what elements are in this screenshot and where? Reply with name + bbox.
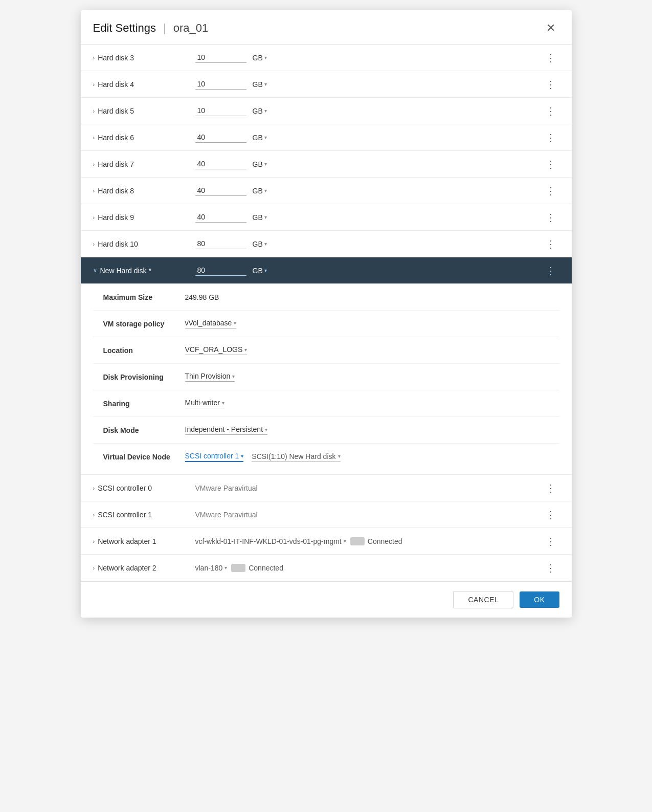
dialog-title: Edit Settings | ora_01 bbox=[93, 21, 209, 35]
disk-more-button[interactable]: ⋮ bbox=[543, 76, 559, 93]
table-row: › Hard disk 10 GB ▾ ⋮ bbox=[81, 231, 572, 257]
controller-more-button[interactable]: ⋮ bbox=[543, 480, 559, 496]
row-chevron-down-icon: ∨ bbox=[93, 267, 97, 274]
disk-more-button[interactable]: ⋮ bbox=[543, 236, 559, 252]
disk-row-label: › Hard disk 7 bbox=[93, 160, 195, 168]
new-hard-disk-more-button[interactable]: ⋮ bbox=[543, 262, 559, 279]
unit-chevron-icon: ▾ bbox=[264, 81, 267, 87]
vm-storage-policy-select[interactable]: vVol_database ▾ bbox=[185, 319, 237, 328]
vm-storage-policy-label: VM storage policy bbox=[93, 320, 185, 328]
unit-chevron-icon: ▾ bbox=[264, 55, 267, 60]
disk-unit-select[interactable]: GB ▾ bbox=[253, 134, 267, 142]
disk-size-input[interactable] bbox=[195, 159, 246, 169]
new-hard-disk-row: ∨ New Hard disk * GB ▾ ⋮ bbox=[81, 257, 572, 284]
disk-size-input[interactable] bbox=[195, 185, 246, 196]
ok-button[interactable]: OK bbox=[520, 591, 559, 608]
network-more-button[interactable]: ⋮ bbox=[543, 560, 559, 576]
detail-location-row: Location VCF_ORA_LOGS ▾ bbox=[93, 337, 559, 364]
controller-more-button[interactable]: ⋮ bbox=[543, 507, 559, 523]
disk-row-value: GB ▾ bbox=[195, 159, 543, 169]
disk-unit-select[interactable]: GB ▾ bbox=[253, 160, 267, 168]
table-row: › Hard disk 6 GB ▾ ⋮ bbox=[81, 124, 572, 151]
disk-unit-select[interactable]: GB ▾ bbox=[253, 107, 267, 115]
network-adapter-label: › Network adapter 2 bbox=[93, 564, 195, 572]
new-hard-disk-value: GB ▾ bbox=[195, 265, 543, 276]
disk-size-input[interactable] bbox=[195, 132, 246, 143]
vdn-selects: SCSI controller 1 ▾ SCSI(1:10) New Hard … bbox=[185, 452, 341, 462]
virtual-device-node-label: Virtual Device Node bbox=[93, 453, 185, 461]
disk-row-value: GB ▾ bbox=[195, 185, 543, 196]
network-select[interactable]: vlan-180 ▾ bbox=[195, 564, 228, 572]
vm-storage-policy-value: vVol_database ▾ bbox=[185, 319, 237, 328]
connected-status: Connected bbox=[368, 537, 402, 545]
cancel-button[interactable]: CANCEL bbox=[453, 591, 513, 608]
network-adapter-list: › Network adapter 1 vcf-wkld-01-IT-INF-W… bbox=[81, 528, 572, 581]
table-row: › Hard disk 8 GB ▾ ⋮ bbox=[81, 178, 572, 204]
detail-disk-mode-row: Disk Mode Independent - Persistent ▾ bbox=[93, 417, 559, 444]
network-more-button[interactable]: ⋮ bbox=[543, 533, 559, 550]
connected-toggle[interactable] bbox=[350, 537, 365, 545]
sharing-select[interactable]: Multi-writer ▾ bbox=[185, 399, 224, 408]
disk-provisioning-select[interactable]: Thin Provision ▾ bbox=[185, 372, 235, 382]
row-chevron-right-icon: › bbox=[93, 485, 95, 491]
disk-unit-select[interactable]: GB ▾ bbox=[253, 54, 267, 62]
disk-size-input[interactable] bbox=[195, 105, 246, 116]
vdn-disk-select[interactable]: SCSI(1:10) New Hard disk ▾ bbox=[252, 452, 340, 462]
disk-row-value: GB ▾ bbox=[195, 238, 543, 249]
disk-row-label: › Hard disk 10 bbox=[93, 240, 195, 248]
network-select[interactable]: vcf-wkld-01-IT-INF-WKLD-01-vds-01-pg-mgm… bbox=[195, 537, 346, 545]
vdn-controller-select[interactable]: SCSI controller 1 ▾ bbox=[185, 452, 244, 462]
virtual-device-node-value: SCSI controller 1 ▾ SCSI(1:10) New Hard … bbox=[185, 452, 341, 462]
new-hard-disk-detail-panel: Maximum Size 249.98 GB VM storage policy… bbox=[81, 284, 572, 475]
disk-more-button[interactable]: ⋮ bbox=[543, 156, 559, 172]
disk-row-value: GB ▾ bbox=[195, 105, 543, 116]
disk-more-button[interactable]: ⋮ bbox=[543, 209, 559, 226]
sharing-label: Sharing bbox=[93, 400, 185, 408]
disk-row-label: › Hard disk 9 bbox=[93, 213, 195, 222]
sharing-chevron-icon: ▾ bbox=[222, 400, 224, 406]
close-button[interactable]: ✕ bbox=[542, 19, 559, 37]
disk-unit-select[interactable]: GB ▾ bbox=[253, 187, 267, 195]
row-chevron-right-icon: › bbox=[93, 161, 95, 167]
table-row: › Hard disk 7 GB ▾ ⋮ bbox=[81, 151, 572, 178]
disk-size-input[interactable] bbox=[195, 52, 246, 63]
new-hard-disk-unit-select[interactable]: GB ▾ bbox=[253, 267, 267, 275]
vdn-controller-chevron-icon: ▾ bbox=[241, 453, 243, 459]
vm-storage-chevron-icon: ▾ bbox=[234, 320, 236, 326]
network-adapter-label: › Network adapter 1 bbox=[93, 537, 195, 545]
controller-list: › SCSI controller 0 VMware Paravirtual ⋮… bbox=[81, 475, 572, 528]
location-select[interactable]: VCF_ORA_LOGS ▾ bbox=[185, 345, 248, 355]
row-chevron-right-icon: › bbox=[93, 81, 95, 87]
new-hard-disk-size-input[interactable] bbox=[195, 265, 246, 276]
disk-size-input[interactable] bbox=[195, 79, 246, 90]
unit-chevron-icon: ▾ bbox=[264, 188, 267, 193]
sharing-value: Multi-writer ▾ bbox=[185, 399, 224, 408]
disk-more-button[interactable]: ⋮ bbox=[543, 129, 559, 146]
disk-size-input[interactable] bbox=[195, 212, 246, 223]
disk-mode-select[interactable]: Independent - Persistent ▾ bbox=[185, 425, 268, 435]
max-size-label: Maximum Size bbox=[93, 293, 185, 301]
row-chevron-right-icon: › bbox=[93, 565, 95, 571]
disk-more-button[interactable]: ⋮ bbox=[543, 50, 559, 66]
disk-row-value: GB ▾ bbox=[195, 52, 543, 63]
disk-unit-select[interactable]: GB ▾ bbox=[253, 80, 267, 89]
disk-mode-label: Disk Mode bbox=[93, 426, 185, 434]
unit-chevron-icon: ▾ bbox=[264, 268, 267, 273]
disk-more-button[interactable]: ⋮ bbox=[543, 103, 559, 119]
disk-unit-select[interactable]: GB ▾ bbox=[253, 213, 267, 222]
disk-more-button[interactable]: ⋮ bbox=[543, 183, 559, 199]
network-chevron-icon: ▾ bbox=[344, 538, 346, 544]
connected-toggle[interactable] bbox=[231, 564, 245, 572]
disk-size-input[interactable] bbox=[195, 238, 246, 249]
disk-unit-select[interactable]: GB ▾ bbox=[253, 240, 267, 248]
disk-row-label: › Hard disk 8 bbox=[93, 187, 195, 195]
row-chevron-right-icon: › bbox=[93, 214, 95, 221]
new-hard-disk-label: ∨ New Hard disk * bbox=[93, 267, 195, 275]
table-row: › Hard disk 5 GB ▾ ⋮ bbox=[81, 98, 572, 124]
row-chevron-right-icon: › bbox=[93, 135, 95, 141]
disk-mode-chevron-icon: ▾ bbox=[265, 427, 267, 432]
disk-row-label: › Hard disk 4 bbox=[93, 80, 195, 89]
detail-virtual-device-node-row: Virtual Device Node SCSI controller 1 ▾ … bbox=[93, 444, 559, 470]
table-row: › Network adapter 1 vcf-wkld-01-IT-INF-W… bbox=[81, 528, 572, 555]
edit-settings-dialog: Edit Settings | ora_01 ✕ › Hard disk 3 G… bbox=[81, 10, 572, 618]
